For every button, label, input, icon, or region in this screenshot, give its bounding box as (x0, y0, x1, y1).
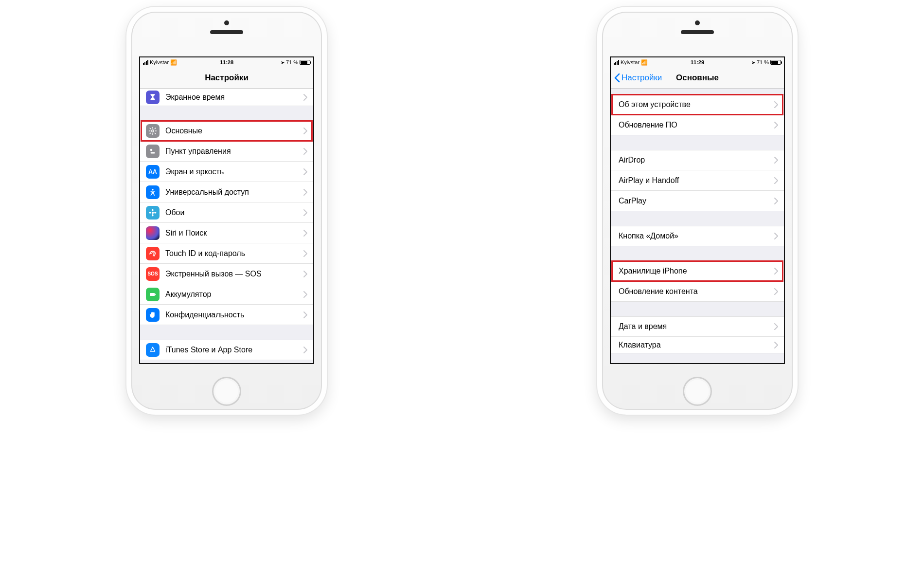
location-icon: ➤ (281, 60, 284, 65)
carrier-label: Kyivstar (150, 59, 169, 65)
svg-rect-9 (150, 293, 155, 296)
row-label: AirPlay и Handoff (619, 176, 771, 185)
row-privacy[interactable]: Конфиденциальность (140, 305, 313, 325)
sliders-icon (146, 145, 160, 158)
row-home-button[interactable]: Кнопка «Домой» (611, 226, 784, 246)
row-label: iTunes Store и App Store (165, 346, 301, 354)
hand-icon (146, 308, 160, 322)
chevron-right-icon (774, 323, 778, 330)
row-about[interactable]: Об этом устройстве (611, 94, 784, 115)
chevron-right-icon (774, 233, 778, 239)
earpiece-speaker (210, 30, 243, 34)
chevron-right-icon (774, 157, 778, 164)
wifi-icon: 📶 (170, 59, 177, 66)
row-label: Аккумулятор (165, 290, 301, 299)
row-airplay-handoff[interactable]: AirPlay и Handoff (611, 170, 784, 191)
wifi-icon: 📶 (641, 59, 648, 66)
row-touch-id[interactable]: Touch ID и код-пароль (140, 243, 313, 264)
row-date-time[interactable]: Дата и время (611, 316, 784, 337)
chevron-right-icon (774, 122, 778, 128)
row-software-update[interactable]: Обновление ПО (611, 115, 784, 135)
svg-point-7 (149, 212, 152, 213)
nav-back-label: Настройки (622, 73, 662, 83)
nav-back-button[interactable]: Настройки (614, 67, 662, 88)
row-itunes-appstore[interactable]: iTunes Store и App Store (140, 340, 313, 360)
row-label: Основные (165, 127, 301, 135)
row-accessibility[interactable]: Универсальный доступ (140, 182, 313, 202)
chevron-right-icon (774, 101, 778, 108)
row-emergency-sos[interactable]: SOS Экстренный вызов — SOS (140, 264, 313, 284)
home-button[interactable] (683, 377, 712, 406)
row-background-app-refresh[interactable]: Обновление контента (611, 281, 784, 302)
row-general[interactable]: Основные (140, 121, 313, 141)
home-button[interactable] (212, 377, 241, 406)
nav-title: Основные (676, 73, 719, 83)
chevron-right-icon (774, 342, 778, 348)
row-battery[interactable]: Аккумулятор (140, 284, 313, 305)
battery-percent: 71 % (757, 59, 769, 65)
row-wallpaper[interactable]: Обои (140, 202, 313, 223)
chevron-right-icon (303, 168, 307, 175)
group-spacer (611, 135, 784, 150)
chevron-right-icon (774, 198, 778, 204)
battery-row-icon (146, 288, 160, 301)
chevron-right-icon (303, 128, 307, 134)
row-label: Экран и яркость (165, 167, 301, 176)
chevron-right-icon (774, 268, 778, 275)
row-label: AirDrop (619, 156, 771, 165)
svg-point-4 (152, 211, 154, 214)
nav-bar: Настройки Основные (611, 67, 784, 89)
row-label: Кнопка «Домой» (619, 232, 771, 240)
row-carplay[interactable]: CarPlay (611, 191, 784, 211)
chevron-right-icon (303, 189, 307, 196)
row-label: Универсальный доступ (165, 188, 301, 197)
location-icon: ➤ (751, 60, 755, 65)
group-spacer (611, 89, 784, 94)
iphone-device-right: Kyivstar 📶 11:29 ➤ 71 % Настройки Основн… (597, 7, 798, 415)
group-spacer (611, 211, 784, 226)
settings-list[interactable]: Экранное время Основные Пункт управления… (140, 89, 313, 363)
iphone-device-left: Kyivstar 📶 11:28 ➤ 71 % Настройки (126, 7, 327, 415)
nav-bar: Настройки (140, 67, 313, 89)
chevron-right-icon (303, 148, 307, 155)
row-keyboard[interactable]: Клавиатура (611, 337, 784, 353)
chevron-right-icon (303, 347, 307, 353)
front-camera (224, 20, 229, 25)
clock: 11:29 (691, 59, 704, 65)
battery-percent: 71 % (286, 59, 298, 65)
row-display-brightness[interactable]: AA Экран и яркость (140, 162, 313, 182)
row-label: Обновление ПО (619, 121, 771, 129)
chevron-right-icon (303, 230, 307, 237)
group-spacer (611, 302, 784, 316)
row-siri-search[interactable]: Siri и Поиск (140, 223, 313, 243)
status-bar: Kyivstar 📶 11:29 ➤ 71 % (611, 57, 784, 67)
row-iphone-storage[interactable]: Хранилище iPhone (611, 261, 784, 281)
row-label: Экстренный вызов — SOS (165, 270, 301, 278)
general-list[interactable]: Об этом устройстве Обновление ПО AirDrop… (611, 89, 784, 363)
row-airdrop[interactable]: AirDrop (611, 150, 784, 170)
front-camera (695, 20, 700, 25)
screen: Kyivstar 📶 11:28 ➤ 71 % Настройки (139, 56, 314, 364)
row-screen-time[interactable]: Экранное время (140, 89, 313, 106)
chevron-right-icon (303, 311, 307, 318)
accessibility-icon (146, 185, 160, 199)
row-label: Экранное время (165, 93, 301, 102)
group-spacer (611, 246, 784, 261)
svg-point-6 (152, 214, 154, 217)
gear-icon (146, 124, 160, 138)
chevron-right-icon (303, 94, 307, 101)
chevron-right-icon (774, 177, 778, 184)
row-label: Хранилище iPhone (619, 267, 771, 275)
appstore-icon (146, 343, 160, 357)
svg-point-3 (152, 189, 153, 190)
sos-icon: SOS (146, 267, 160, 281)
fingerprint-icon (146, 247, 160, 260)
row-label: Touch ID и код-пароль (165, 249, 301, 258)
row-label: Дата и время (619, 322, 771, 331)
cellular-signal-icon (143, 60, 148, 65)
chevron-right-icon (303, 271, 307, 277)
hourglass-icon (146, 91, 160, 104)
row-label: Обновление контента (619, 287, 771, 296)
row-control-center[interactable]: Пункт управления (140, 141, 313, 162)
row-label: Пункт управления (165, 147, 301, 156)
